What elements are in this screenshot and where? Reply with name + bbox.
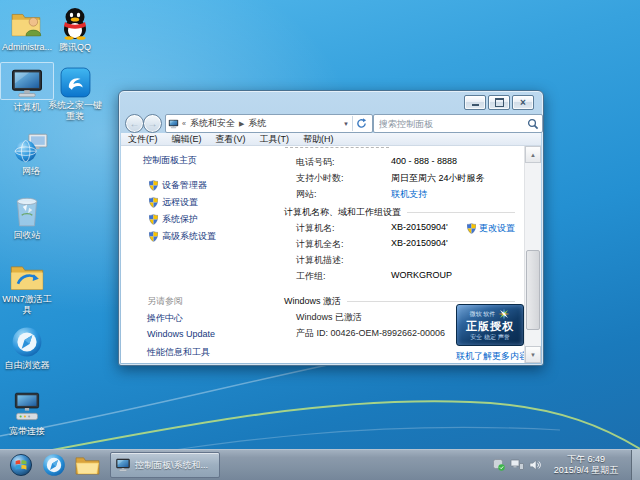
task-button-label: 控制面板\系统和... [135,459,208,472]
row-label: 支持小时数: [296,172,344,185]
address-bar[interactable]: « 系统和安全 ▶ 系统 ▼ [165,114,373,133]
volume-tray-icon[interactable] [529,459,541,471]
activation-status: Windows 已激活 [296,311,362,324]
desktop-icon-administrator[interactable]: Administra... [0,4,54,53]
desktop-icon-recycle-bin[interactable]: 回收站 [0,192,54,241]
desktop-icon-computer[interactable]: 计算机 [0,62,54,113]
row-label: 工作组: [296,270,326,283]
scroll-down-icon: ▼ [530,352,536,358]
sidebar-item-system-protection[interactable]: 系统保护 [149,213,198,226]
product-id: 产品 ID: 00426-OEM-8992662-00006 [296,327,445,340]
control-panel-window-icon [115,458,131,472]
menu-tools[interactable]: 工具(T) [253,133,297,146]
maximize-button[interactable] [488,95,510,110]
section-rule [347,301,515,302]
taskbar-clock[interactable]: 下午 6:49 2015/9/4 星期五 [550,454,622,476]
clipped-section-remnant [285,147,389,148]
change-settings-link[interactable]: 更改设置 [467,222,515,235]
security-status-tray-icon[interactable] [493,459,505,471]
see-also-header: 另请参阅 [147,295,183,308]
network-tray-icon[interactable] [510,459,524,471]
scroll-up-button[interactable]: ▲ [525,146,541,163]
sidebar-item-label: 高级系统设置 [162,230,216,243]
windows-orb-icon [9,453,33,477]
desktop-icon-system-home-reinstall[interactable]: 系统之家一键重装 [48,62,102,122]
show-desktop-button[interactable] [631,450,640,480]
address-dropdown-icon[interactable]: ▼ [340,121,352,127]
section-header-text: 计算机名称、域和工作组设置 [284,206,401,219]
desktop-icon-qq[interactable]: 腾讯QQ [48,4,102,53]
section-computer-name: 计算机名称、域和工作组设置 [284,206,515,219]
vertical-scrollbar[interactable]: ▲ ▼ [524,146,541,363]
taskbar-explorer-button[interactable] [72,452,102,478]
desktop-icon-network[interactable]: 网络 [4,128,58,177]
scroll-down-button[interactable]: ▼ [525,346,541,363]
network-icon [13,132,49,164]
desktop-icon-win7-activation-tool[interactable]: WIN7激活工具 [0,256,54,316]
close-button[interactable]: × [512,95,534,110]
maximize-icon [495,98,504,107]
row-label: 计算机全名: [296,238,344,251]
breadcrumb-separator-icon[interactable]: ▶ [239,120,244,128]
uac-shield-icon [149,197,158,208]
sidebar-item-device-manager[interactable]: 设备管理器 [149,179,207,192]
system-tray: 下午 6:49 2015/9/4 星期五 [493,450,640,480]
window-caption-buttons: × [464,95,534,110]
window-body: 控制面板主页 设备管理器 远程设置 系统保护 高级系统设置 另请参阅 [121,146,541,363]
recycle-bin-icon [13,194,41,228]
desktop-icon-browser[interactable]: 自由浏览器 [0,322,54,371]
forward-button[interactable]: → [143,114,162,133]
uac-shield-icon [149,180,158,191]
uac-shield-icon [467,223,476,234]
sidebar-item-windows-update[interactable]: Windows Update [147,329,215,339]
row-label: 网站: [296,188,317,201]
breadcrumb-security[interactable]: 系统和安全 [189,117,236,130]
navigation-bar: ← → « 系统和安全 ▶ 系统 ▼ [119,113,543,133]
explorer-folder-icon [75,455,100,476]
taskbar-browser-button[interactable] [39,452,69,478]
close-icon: × [520,98,526,108]
activation-folder-icon [9,262,45,292]
desktop-icon-label: Administra... [0,42,54,53]
back-button[interactable]: ← [125,114,144,133]
content-pane: 电话号码: 400 - 888 - 8888 支持小时数: 周日至周六 24小时… [279,146,525,363]
menu-edit[interactable]: 编辑(E) [165,133,209,146]
section-header-text: Windows 激活 [284,295,341,308]
refresh-button[interactable] [352,116,370,131]
breadcrumb-system[interactable]: 系统 [247,117,267,130]
browser-compass-icon [11,326,43,358]
uac-shield-icon [149,214,158,225]
search-icon[interactable] [527,118,539,130]
sidebar-item-performance-tools[interactable]: 性能信息和工具 [147,346,210,359]
uac-shield-icon [149,231,158,242]
sidebar-item-advanced-system-settings[interactable]: 高级系统设置 [149,230,216,243]
support-phone-value: 400 - 888 - 8888 [391,156,457,166]
start-button[interactable] [6,452,36,478]
badge-line3: 安全 稳定 声誉 [470,333,509,342]
sidebar-item-remote-settings[interactable]: 远程设置 [149,196,198,209]
search-box [373,114,543,133]
breadcrumb-overflow-icon[interactable]: « [182,120,186,127]
broadband-connection-icon [9,392,45,424]
genuine-windows-badge: 微软 软件 正版授权 安全 稳定 声誉 [456,304,524,346]
search-input[interactable] [377,118,527,130]
computer-icon [9,68,45,99]
desktop-icon-label: 网络 [4,166,58,177]
menu-file[interactable]: 文件(F) [121,133,165,146]
minimize-button[interactable] [464,95,486,110]
menu-view[interactable]: 查看(V) [209,133,253,146]
sidebar-item-action-center[interactable]: 操作中心 [147,312,183,325]
sidebar-item-label: 远程设置 [162,196,198,209]
online-support-link[interactable]: 联机支持 [391,188,427,201]
system-page-icon [168,119,179,129]
taskbar: 控制面板\系统和... 下午 6:49 2015/9/4 星期五 [0,449,640,480]
active-task-button[interactable]: 控制面板\系统和... [110,452,220,478]
sidebar: 控制面板主页 设备管理器 远程设置 系统保护 高级系统设置 另请参阅 [121,146,279,363]
sidebar-item-control-panel-home[interactable]: 控制面板主页 [143,154,197,167]
badge-line2: 正版授权 [466,320,514,333]
desktop-icon-broadband[interactable]: 宽带连接 [0,388,54,437]
menu-help[interactable]: 帮助(H) [296,133,341,146]
scrollbar-thumb[interactable] [526,250,540,330]
desktop-icon-label: 计算机 [0,102,54,113]
administrator-folder-icon [10,8,44,40]
